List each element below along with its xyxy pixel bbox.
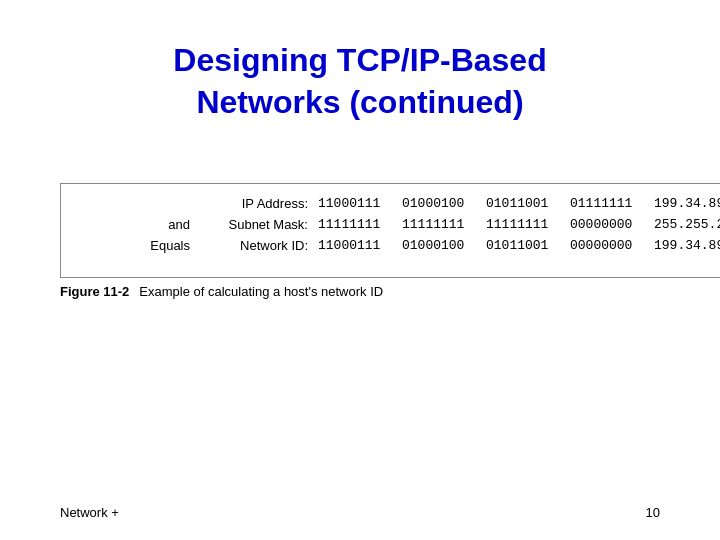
row-label-2: and <box>135 215 190 236</box>
row-values-2: 11111111 11111111 11111111 00000000 255.… <box>318 215 720 236</box>
slide-title: Designing TCP/IP-Based Networks (continu… <box>60 40 660 123</box>
table-row: Equals Network ID: 11000111 01000100 010… <box>135 236 720 257</box>
figure-border: IP Address: 11000111 01000100 01011001 0… <box>60 183 720 277</box>
val-2-1: 11111111 <box>318 215 388 236</box>
row-key-3: Network ID: <box>198 236 308 257</box>
row-label-3: Equals <box>135 236 190 257</box>
figure-table: IP Address: 11000111 01000100 01011001 0… <box>135 194 720 256</box>
footer-right: 10 <box>646 505 660 520</box>
val-2-dec: 255.255.255.0 <box>654 215 720 236</box>
title-line1: Designing TCP/IP-Based <box>173 42 546 78</box>
val-3-dec: 199.34.89.0 <box>654 236 720 257</box>
table-row: and Subnet Mask: 11111111 11111111 11111… <box>135 215 720 236</box>
row-key-2: Subnet Mask: <box>198 215 308 236</box>
val-2-2: 11111111 <box>402 215 472 236</box>
val-3-2: 01000100 <box>402 236 472 257</box>
row-key-1: IP Address: <box>198 194 308 215</box>
slide-container: Designing TCP/IP-Based Networks (continu… <box>0 0 720 540</box>
figure-section: IP Address: 11000111 01000100 01011001 0… <box>60 183 660 298</box>
val-2-4: 00000000 <box>570 215 640 236</box>
table-row: IP Address: 11000111 01000100 01011001 0… <box>135 194 720 215</box>
row-values-3: 11000111 01000100 01011001 00000000 199.… <box>318 236 720 257</box>
row-values-1: 11000111 01000100 01011001 01111111 199.… <box>318 194 720 215</box>
figure-caption: Figure 11-2 Example of calculating a hos… <box>60 284 660 299</box>
title-line2: Networks (continued) <box>196 84 523 120</box>
val-3-3: 01011001 <box>486 236 556 257</box>
val-3-1: 11000111 <box>318 236 388 257</box>
figure-caption-text: Example of calculating a host's network … <box>139 284 383 299</box>
val-1-1: 11000111 <box>318 194 388 215</box>
val-3-4: 00000000 <box>570 236 640 257</box>
val-1-2: 01000100 <box>402 194 472 215</box>
val-2-3: 11111111 <box>486 215 556 236</box>
figure-label: Figure 11-2 <box>60 284 129 299</box>
val-1-3: 01011001 <box>486 194 556 215</box>
val-1-dec: 199.34.89.127 <box>654 194 720 215</box>
footer-left: Network + <box>60 505 119 520</box>
footer: Network + 10 <box>60 505 660 520</box>
val-1-4: 01111111 <box>570 194 640 215</box>
